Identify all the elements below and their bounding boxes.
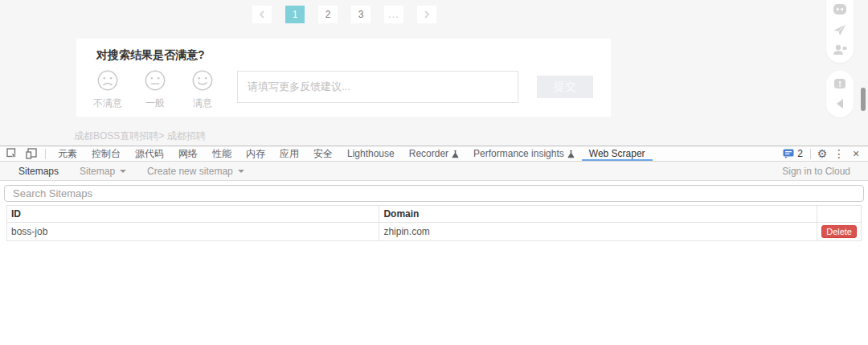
nav-sitemap-dropdown[interactable]: Sitemap — [69, 166, 137, 177]
close-devtools-icon[interactable]: × — [849, 148, 863, 160]
floating-toolbar-bottom — [826, 71, 854, 117]
sitemap-id-cell[interactable]: boss-job — [7, 223, 379, 241]
pagination-prev-button[interactable] — [252, 6, 272, 23]
mood-option-unsatisfied[interactable]: 不满意 — [96, 69, 119, 110]
tab-application[interactable]: 应用 — [272, 146, 306, 161]
nav-create-sitemap-dropdown[interactable]: Create new sitemap — [137, 166, 255, 177]
devtools-tabbar: 元素 控制台 源代码 网络 性能 内存 应用 安全 Lighthouse Rec… — [0, 146, 868, 162]
submit-button[interactable]: 提交 — [537, 76, 593, 98]
tab-performance[interactable]: 性能 — [205, 146, 239, 161]
search-sitemaps-input[interactable] — [4, 185, 864, 202]
delete-button[interactable]: Delete — [821, 225, 857, 238]
column-header-id: ID — [7, 206, 379, 223]
sitemaps-table: ID Domain boss-job zhipin.com Delete — [6, 205, 862, 241]
feedback-title: 对搜索结果是否满意? — [96, 48, 205, 63]
tab-sources[interactable]: 源代码 — [128, 146, 171, 161]
pagination-page-2[interactable]: 2 — [318, 6, 338, 23]
experiment-flask-icon — [452, 150, 459, 158]
tab-console[interactable]: 控制台 — [84, 146, 128, 161]
console-message-icon — [783, 149, 794, 158]
mood-option-neutral[interactable]: 一般 — [144, 69, 166, 110]
sitemap-actions-cell: Delete — [817, 223, 862, 241]
sad-face-icon — [96, 69, 119, 92]
table-header-row: ID Domain — [7, 206, 862, 223]
web-scraper-navbar: Sitemaps Sitemap Create new sitemap Sign… — [0, 162, 868, 181]
tab-performance-insights[interactable]: Performance insights — [466, 146, 582, 161]
customer-service-icon[interactable] — [832, 43, 848, 56]
pagination-ellipsis: ... — [384, 6, 403, 23]
column-header-actions — [817, 206, 862, 223]
floating-toolbar-top — [826, 0, 854, 63]
tab-security[interactable]: 安全 — [306, 146, 340, 161]
toolbar-separator — [45, 149, 46, 159]
devtools-panel: 元素 控制台 源代码 网络 性能 内存 应用 安全 Lighthouse Rec… — [0, 146, 868, 345]
pagination-page-3[interactable]: 3 — [351, 6, 371, 23]
pagination-next-button[interactable] — [417, 6, 436, 23]
toolbar-separator — [810, 149, 811, 159]
sitemap-domain-cell: zhipin.com — [379, 223, 817, 241]
inspect-element-icon[interactable] — [5, 148, 19, 160]
page-scrollbar-thumb[interactable] — [861, 88, 866, 111]
chevron-down-icon — [120, 170, 126, 173]
device-toolbar-icon[interactable] — [24, 148, 39, 160]
tab-recorder[interactable]: Recorder — [402, 146, 466, 161]
devtools-controls: 2 ⚙ ⋮ × — [780, 146, 868, 161]
report-issue-icon[interactable] — [832, 78, 848, 91]
sitemap-search — [4, 185, 864, 202]
tab-lighthouse[interactable]: Lighthouse — [340, 146, 402, 161]
mood-label-satisfied: 满意 — [193, 97, 212, 110]
chevron-down-icon — [238, 170, 244, 173]
tab-network[interactable]: 网络 — [171, 146, 205, 161]
devtools-tabs: 元素 控制台 源代码 网络 性能 内存 应用 安全 Lighthouse Rec… — [51, 146, 653, 161]
collapse-arrow-icon[interactable] — [832, 97, 848, 110]
chevron-left-icon — [259, 10, 265, 18]
tab-memory[interactable]: 内存 — [239, 146, 272, 161]
mood-label-unsatisfied: 不满意 — [93, 97, 122, 110]
pagination-page-1[interactable]: 1 — [285, 6, 305, 23]
feedback-card: 对搜索结果是否满意? 不满意 一般 — [76, 39, 611, 117]
pagination: 1 2 3 ... — [252, 6, 436, 23]
column-header-domain: Domain — [379, 206, 817, 223]
mood-option-satisfied[interactable]: 满意 — [191, 69, 214, 110]
breadcrumb: 成都BOSS直聘招聘> 成都招聘 — [74, 129, 206, 143]
sign-in-to-cloud-link[interactable]: Sign in to Cloud — [782, 166, 860, 177]
experiment-flask-icon — [567, 150, 575, 158]
paper-plane-icon[interactable] — [832, 23, 848, 36]
feedback-textarea[interactable] — [237, 71, 518, 103]
table-row: boss-job zhipin.com Delete — [7, 223, 862, 241]
console-messages-badge[interactable]: 2 — [780, 148, 806, 159]
mood-label-neutral: 一般 — [145, 97, 165, 110]
happy-face-icon — [191, 69, 214, 92]
devtools-toolbar-icons — [0, 146, 51, 161]
settings-gear-icon[interactable]: ⚙ — [815, 148, 829, 160]
website-viewport: 1 2 3 ... 对搜索结果是否满意? 不满意 — [0, 0, 868, 146]
mood-options: 不满意 一般 满意 — [96, 69, 214, 110]
tab-web-scraper[interactable]: Web Scraper — [582, 146, 653, 161]
neutral-face-icon — [144, 69, 166, 92]
tab-elements[interactable]: 元素 — [51, 146, 84, 161]
more-options-icon[interactable]: ⋮ — [832, 148, 846, 160]
chevron-right-icon — [424, 10, 430, 18]
chat-robot-icon[interactable] — [832, 3, 848, 16]
nav-sitemaps[interactable]: Sitemaps — [8, 166, 69, 177]
